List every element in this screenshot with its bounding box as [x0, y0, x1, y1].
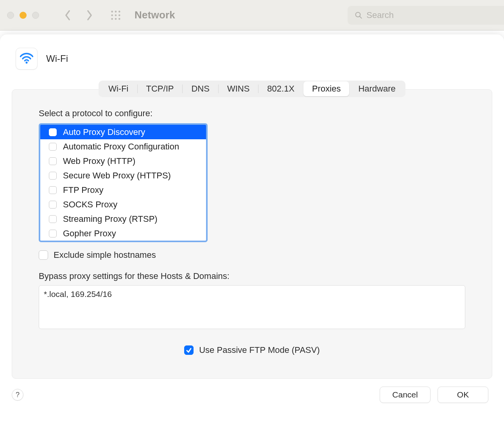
exclude-simple-hostnames-label: Exclude simple hostnames — [54, 250, 156, 260]
protocol-label: Web Proxy (HTTP) — [63, 156, 135, 166]
protocol-row[interactable]: FTP Proxy — [40, 183, 206, 197]
protocol-label: Streaming Proxy (RTSP) — [63, 214, 158, 224]
svg-point-8 — [118, 18, 120, 20]
protocol-section-label: Select a protocol to configure: — [39, 108, 465, 119]
protocol-row[interactable]: Automatic Proxy Configuration — [40, 139, 206, 154]
tab-tcp-ip[interactable]: TCP/IP — [138, 81, 183, 96]
ok-button[interactable]: OK — [438, 387, 488, 403]
back-button[interactable] — [63, 10, 73, 20]
svg-point-1 — [115, 11, 117, 13]
search-input[interactable] — [366, 10, 504, 20]
svg-point-2 — [118, 11, 120, 13]
tab-wins[interactable]: WINS — [219, 81, 258, 96]
window-zoom-button[interactable] — [32, 12, 39, 19]
help-button[interactable]: ? — [12, 389, 23, 401]
protocol-checkbox[interactable] — [49, 201, 57, 209]
passive-ftp-checkbox[interactable] — [184, 345, 194, 355]
tab-wi-fi[interactable]: Wi-Fi — [100, 81, 137, 96]
svg-point-6 — [111, 18, 113, 20]
svg-point-4 — [115, 14, 117, 16]
tab-802-1x[interactable]: 802.1X — [258, 81, 303, 96]
traffic-lights — [7, 12, 39, 19]
bypass-label: Bypass proxy settings for these Hosts & … — [39, 271, 465, 281]
protocol-row[interactable]: Auto Proxy Discovery — [40, 125, 206, 139]
protocol-row[interactable]: SOCKS Proxy — [40, 197, 206, 212]
protocol-checkbox[interactable] — [49, 143, 57, 151]
bypass-hosts-textarea[interactable] — [39, 285, 465, 329]
window-close-button[interactable] — [7, 12, 14, 19]
settings-sheet: Wi-Fi Wi-FiTCP/IPDNSWINS802.1XProxiesHar… — [0, 34, 504, 428]
protocol-label: Auto Proxy Discovery — [63, 127, 145, 137]
protocol-row[interactable]: Secure Web Proxy (HTTPS) — [40, 168, 206, 183]
svg-point-0 — [111, 11, 113, 13]
protocol-row[interactable]: Streaming Proxy (RTSP) — [40, 212, 206, 226]
forward-button[interactable] — [84, 10, 95, 20]
svg-point-11 — [25, 61, 27, 63]
protocol-row[interactable]: Web Proxy (HTTP) — [40, 154, 206, 168]
tab-dns[interactable]: DNS — [183, 81, 218, 96]
exclude-simple-hostnames-checkbox[interactable] — [39, 250, 48, 260]
search-icon — [355, 11, 362, 20]
protocol-checkbox[interactable] — [49, 186, 57, 194]
tab-hardware[interactable]: Hardware — [350, 81, 404, 96]
svg-point-3 — [111, 14, 113, 16]
protocol-label: Automatic Proxy Configuration — [63, 142, 179, 152]
tab-proxies[interactable]: Proxies — [303, 81, 349, 96]
protocol-label: FTP Proxy — [63, 185, 104, 195]
protocol-label: Secure Web Proxy (HTTPS) — [63, 171, 171, 181]
protocol-checkbox[interactable] — [49, 172, 57, 180]
show-all-icon[interactable] — [110, 10, 121, 21]
protocol-checkbox[interactable] — [49, 230, 57, 237]
tab-bar: Wi-FiTCP/IPDNSWINS802.1XProxiesHardware — [99, 81, 405, 97]
window-minimize-button[interactable] — [20, 12, 27, 19]
svg-line-10 — [360, 16, 362, 18]
proxies-panel: Select a protocol to configure: Auto Pro… — [12, 89, 492, 379]
protocol-row[interactable]: Gopher Proxy — [40, 226, 206, 241]
protocol-checkbox[interactable] — [49, 157, 57, 165]
svg-point-7 — [115, 18, 117, 20]
protocol-list[interactable]: Auto Proxy DiscoveryAutomatic Proxy Conf… — [39, 123, 208, 242]
protocol-checkbox[interactable] — [49, 128, 57, 136]
search-field[interactable] — [348, 6, 504, 25]
window-title: Network — [135, 9, 175, 21]
protocol-label: SOCKS Proxy — [63, 200, 117, 210]
wifi-icon — [16, 48, 38, 70]
svg-point-5 — [118, 14, 120, 16]
sheet-title: Wi-Fi — [46, 53, 68, 64]
protocol-label: Gopher Proxy — [63, 228, 116, 239]
cancel-button[interactable]: Cancel — [380, 387, 430, 403]
passive-ftp-label: Use Passive FTP Mode (PASV) — [199, 345, 320, 355]
window-toolbar: Network — [0, 0, 504, 31]
protocol-checkbox[interactable] — [49, 215, 57, 223]
